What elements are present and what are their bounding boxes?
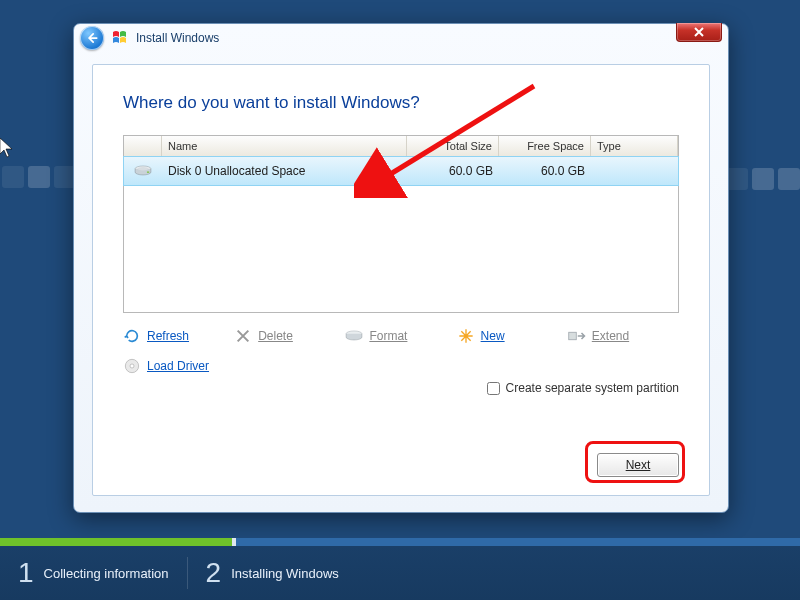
col-free[interactable]: Free Space (499, 136, 591, 156)
disk-name: Disk 0 Unallocated Space (162, 164, 407, 178)
disk-free: 60.0 GB (499, 164, 591, 178)
step-2: 2 Installing Windows (188, 546, 357, 600)
extend-link: Extend (568, 327, 679, 345)
step-1-number: 1 (18, 557, 34, 589)
load-driver-label: Load Driver (147, 359, 209, 373)
new-link[interactable]: New (457, 327, 568, 345)
step-1: 1 Collecting information (0, 546, 187, 600)
install-windows-dialog: Install Windows Where do you want to ins… (73, 23, 729, 513)
back-button[interactable] (80, 26, 104, 50)
close-button[interactable] (676, 23, 722, 42)
format-link: Format (345, 327, 456, 345)
step-1-label: Collecting information (44, 566, 169, 581)
windows-logo-icon (112, 30, 128, 46)
separate-partition-option[interactable]: Create separate system partition (123, 381, 679, 395)
svg-point-6 (130, 364, 134, 368)
new-label: New (481, 329, 505, 343)
column-headers[interactable]: Name Total Size Free Space Type (124, 136, 678, 157)
disk-list[interactable]: Name Total Size Free Space Type Di (123, 135, 679, 313)
format-icon (345, 327, 363, 345)
load-driver-link[interactable]: Load Driver (123, 357, 234, 375)
delete-icon (234, 327, 252, 345)
disk-total: 60.0 GB (407, 164, 499, 178)
disc-icon (123, 357, 141, 375)
col-type[interactable]: Type (591, 136, 678, 156)
hard-disk-icon (134, 162, 152, 180)
new-icon (457, 327, 475, 345)
separate-partition-checkbox[interactable] (487, 382, 500, 395)
separate-partition-label: Create separate system partition (506, 381, 679, 395)
drive-tools: Refresh Delete Format New Extend (123, 327, 679, 375)
setup-progress-bar (0, 538, 800, 546)
col-name[interactable]: Name (162, 136, 407, 156)
delete-link: Delete (234, 327, 345, 345)
dialog-body: Where do you want to install Windows? Na… (92, 64, 710, 496)
extend-label: Extend (592, 329, 629, 343)
disk-row[interactable]: Disk 0 Unallocated Space 60.0 GB 60.0 GB (123, 156, 679, 186)
svg-point-1 (138, 167, 148, 170)
refresh-link[interactable]: Refresh (123, 327, 234, 345)
titlebar: Install Windows (74, 24, 728, 52)
progress-seg-2 (236, 538, 800, 546)
format-label: Format (369, 329, 407, 343)
cursor-icon (0, 138, 14, 162)
extend-icon (568, 327, 586, 345)
step-2-label: Installing Windows (231, 566, 339, 581)
delete-label: Delete (258, 329, 293, 343)
desktop-background: Install Windows Where do you want to ins… (0, 0, 800, 600)
svg-rect-4 (569, 332, 577, 340)
next-button[interactable]: Next (597, 453, 679, 477)
page-heading: Where do you want to install Windows? (123, 93, 679, 113)
refresh-label: Refresh (147, 329, 189, 343)
col-total[interactable]: Total Size (407, 136, 499, 156)
setup-steps-bar: 1 Collecting information 2 Installing Wi… (0, 546, 800, 600)
step-2-number: 2 (206, 557, 222, 589)
progress-seg-1 (0, 538, 232, 546)
svg-rect-2 (147, 172, 149, 173)
refresh-icon (123, 327, 141, 345)
window-title: Install Windows (136, 31, 219, 45)
